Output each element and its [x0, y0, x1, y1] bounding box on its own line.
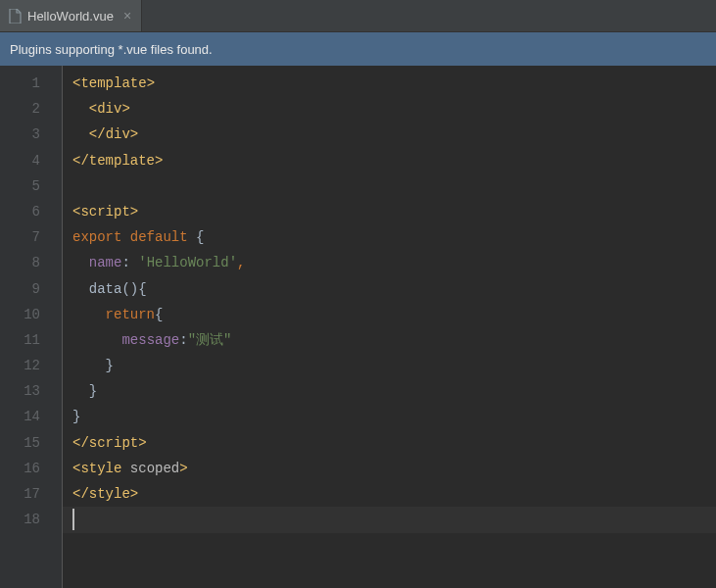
line-number: 13 [0, 378, 40, 404]
file-icon [8, 8, 22, 24]
line-number: 3 [0, 122, 40, 147]
code-line: <template> [72, 71, 716, 96]
code-line: </template> [72, 148, 716, 173]
code-line: } [72, 353, 716, 378]
code-content[interactable]: <template> <div> </div> </template> <scr… [63, 66, 716, 588]
line-number: 10 [0, 302, 40, 327]
tab-filename: HelloWorld.vue [27, 9, 114, 24]
code-line: </script> [72, 430, 716, 456]
code-line: <style scoped> [72, 456, 716, 481]
code-line: export default { [72, 224, 716, 250]
code-line: message:"测试" [72, 327, 716, 353]
code-line: return{ [72, 302, 716, 327]
line-number: 7 [0, 224, 40, 250]
line-number: 11 [0, 327, 40, 353]
code-line: } [72, 378, 716, 404]
line-number: 2 [0, 96, 40, 122]
notification-bar[interactable]: Plugins supporting *.vue files found. [0, 32, 716, 66]
line-number-gutter: 1 2 3 4 5 6 7 8 9 10 11 12 13 14 15 16 1… [0, 66, 63, 588]
line-number: 16 [0, 456, 40, 481]
line-number: 6 [0, 199, 40, 224]
code-line: <script> [72, 199, 716, 224]
line-number: 14 [0, 404, 40, 429]
code-line: <div> [72, 96, 716, 122]
code-line: data(){ [72, 276, 716, 302]
notification-text: Plugins supporting *.vue files found. [10, 42, 213, 57]
code-line: </style> [72, 481, 716, 507]
code-line: name: 'HelloWorld', [72, 250, 716, 275]
line-number: 4 [0, 148, 40, 173]
line-number: 17 [0, 481, 40, 507]
line-number: 8 [0, 250, 40, 275]
close-icon[interactable]: × [119, 9, 131, 23]
code-line [72, 173, 716, 199]
line-number: 18 [0, 507, 40, 532]
code-line: } [72, 404, 716, 429]
code-line [72, 507, 716, 532]
code-editor[interactable]: 1 2 3 4 5 6 7 8 9 10 11 12 13 14 15 16 1… [0, 66, 716, 588]
line-number: 15 [0, 430, 40, 456]
line-number: 5 [0, 173, 40, 199]
code-line: </div> [72, 122, 716, 147]
line-number: 12 [0, 353, 40, 378]
tab-bar: HelloWorld.vue × [0, 0, 716, 32]
file-tab[interactable]: HelloWorld.vue × [0, 0, 142, 31]
line-number: 9 [0, 276, 40, 302]
line-number: 1 [0, 71, 40, 96]
